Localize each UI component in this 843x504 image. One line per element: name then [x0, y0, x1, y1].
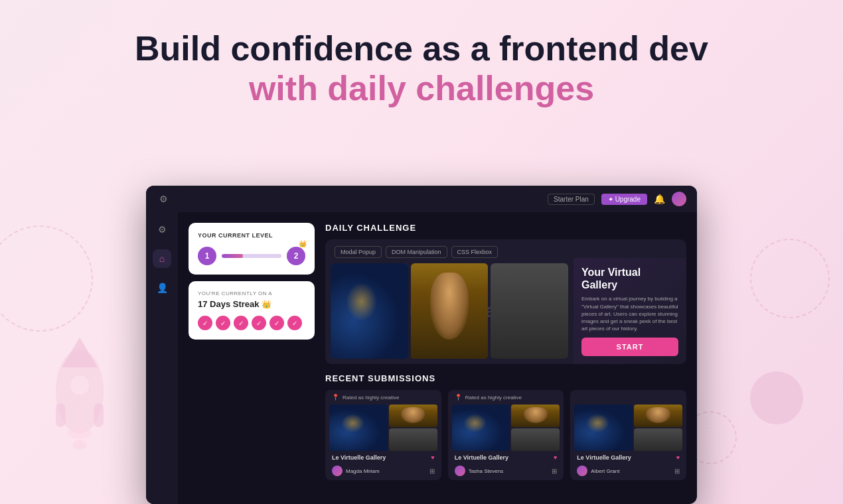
gear-icon[interactable]: ⚙	[157, 192, 170, 206]
streak-dot-4: ✓	[252, 316, 266, 330]
left-panel: YOUR CURRENT LEVEL 1 2 YOU'RE CURRENTLY …	[189, 223, 315, 493]
heart-icon-1[interactable]: ♥	[431, 454, 434, 461]
gallery-img-monalisa	[411, 263, 489, 359]
gallery-img-starry	[331, 263, 408, 359]
daily-challenge-title: DAILY CHALLENGE	[325, 223, 686, 233]
sub-footer-3: Albert Grant ⊞	[570, 463, 686, 480]
recent-submissions-section: RECENT SUBMISSIONS 📍 Rated as highly cre…	[325, 373, 686, 493]
streak-card: YOU'RE CURRENTLY ON A 17 Days Streak 👑 ✓…	[189, 281, 315, 340]
mona-lisa	[411, 263, 489, 359]
rating-icon-1: 📍	[332, 394, 339, 401]
notification-icon[interactable]: 🔔	[654, 194, 665, 204]
sidebar-item-home[interactable]: ⌂	[153, 249, 171, 268]
sub-action-2[interactable]: ⊞	[552, 468, 557, 475]
streak-label: YOU'RE CURRENTLY ON A	[198, 290, 305, 296]
app-body: ⚙ ⌂ 👤 YOUR CURRENT LEVEL 1 2	[146, 212, 697, 504]
sub-user-3: Albert Grant	[577, 466, 619, 476]
sub-gallery-3	[570, 405, 686, 451]
rocket-decoration	[20, 332, 139, 451]
submissions-grid: 📍 Rated as highly creative	[325, 390, 686, 480]
sub-rating-1: Rated as highly creative	[343, 395, 399, 401]
sidebar-item-settings[interactable]: ⚙	[153, 220, 171, 239]
streak-dot-3: ✓	[234, 316, 248, 330]
svg-rect-3	[94, 403, 104, 427]
streak-dot-2: ✓	[216, 316, 230, 330]
sidebar-item-profile[interactable]: 👤	[153, 279, 171, 297]
streak-dot-5: ✓	[269, 316, 284, 330]
submission-card-1[interactable]: 📍 Rated as highly creative	[325, 390, 441, 480]
topbar: ⚙ Starter Plan ✦ Upgrade 🔔	[146, 186, 697, 212]
sub-gallery-title-1: Le Virtuelle Gallery	[332, 454, 386, 461]
sub-gallery-small-1	[389, 405, 437, 451]
sub-avatar-2	[455, 466, 465, 476]
streak-emoji: 👑	[262, 300, 271, 309]
sub-starry-1	[329, 405, 388, 451]
sub-action-3[interactable]: ⊞	[674, 468, 680, 475]
sub-sm-1a	[389, 405, 437, 427]
sub-gallery-main-3	[574, 405, 633, 451]
sub-gallery-title-2: Le Virtuelle Gallery	[455, 454, 508, 461]
sub-gallery-main-1	[329, 405, 388, 451]
level-card: YOUR CURRENT LEVEL 1 2	[189, 223, 315, 275]
portrait	[491, 263, 568, 359]
sub-avatar-1	[332, 466, 343, 476]
tag-css: CSS Flexbox	[451, 246, 498, 258]
deco-circle-1	[0, 225, 93, 332]
streak-title: 17 Days Streak 👑	[198, 299, 305, 309]
start-button[interactable]: START	[581, 338, 678, 356]
gallery-img-portrait	[491, 263, 568, 359]
avatar[interactable]	[672, 192, 686, 206]
hero-subtitle: with daily challenges	[0, 68, 843, 109]
recent-submissions-title: RECENT SUBMISSIONS	[325, 373, 686, 383]
streak-dot-6: ✓	[287, 316, 302, 330]
svg-marker-1	[62, 338, 98, 367]
daily-challenge-section: DAILY CHALLENGE Modal Popup DOM Manipula…	[325, 223, 686, 364]
sub-action-1[interactable]: ⊞	[429, 468, 435, 475]
sidebar: ⚙ ⌂ 👤	[146, 212, 178, 504]
level-progress-bar	[222, 254, 281, 258]
svg-point-6	[72, 440, 87, 450]
sub-gallery-small-3	[634, 405, 682, 451]
sub-footer-1: Magda Miriam ⊞	[325, 463, 441, 480]
sub-starry-2	[452, 405, 510, 451]
sub-user-2: Tasha Stevens	[455, 466, 503, 476]
deco-circle-2	[750, 239, 830, 318]
sub-gallery-1	[325, 405, 441, 451]
challenge-gallery: Le Virtuelle Gallery	[325, 258, 574, 364]
level-progress-fill	[222, 254, 243, 258]
sub-username-1: Magda Miriam	[346, 468, 380, 474]
sub-gallery-2	[448, 405, 564, 451]
challenge-description: Embark on a virtual journey by building …	[581, 295, 678, 332]
sub-sm-2b	[511, 428, 560, 451]
starry-night	[331, 263, 408, 359]
sub-username-2: Tasha Stevens	[469, 468, 503, 474]
svg-point-5	[68, 427, 92, 439]
sub-user-1: Magda Miriam	[332, 466, 380, 476]
sub-title-bar-1: Le Virtuelle Gallery ♥	[325, 451, 441, 463]
tag-modal: Modal Popup	[335, 246, 382, 258]
sub-gallery-small-2	[511, 405, 560, 451]
topbar-right: Starter Plan ✦ Upgrade 🔔	[548, 192, 686, 206]
content-area: YOUR CURRENT LEVEL 1 2 YOU'RE CURRENTLY …	[178, 212, 697, 504]
svg-rect-2	[56, 403, 65, 427]
submission-card-3[interactable]: 📍	[570, 390, 686, 480]
challenge-name: Your Virtual Gallery	[581, 266, 678, 291]
upgrade-button[interactable]: ✦ Upgrade	[601, 194, 647, 205]
rating-icon-2: 📍	[455, 394, 462, 401]
submission-card-2[interactable]: 📍 Rated as highly creative	[448, 390, 564, 480]
sub-gallery-title-3: Le Virtuelle Gallery	[577, 454, 631, 461]
challenge-info: Your Virtual Gallery Embark on a virtual…	[574, 258, 686, 364]
sub-username-3: Albert Grant	[591, 468, 619, 474]
sub-sm-1b	[389, 428, 437, 451]
sub-sm-3b	[634, 428, 682, 451]
level-end-bubble: 2	[287, 247, 305, 265]
hero-section: Build confidence as a frontend dev with …	[0, 0, 843, 109]
heart-icon-3[interactable]: ♥	[676, 454, 680, 461]
heart-icon-2[interactable]: ♥	[554, 454, 557, 461]
sub-sm-3a	[634, 405, 682, 427]
sub-starry-3	[574, 405, 633, 451]
gallery-images	[325, 258, 574, 364]
plan-badge: Starter Plan	[548, 194, 595, 205]
planet-decoration-right	[750, 371, 803, 424]
streak-dot-1: ✓	[198, 316, 212, 330]
